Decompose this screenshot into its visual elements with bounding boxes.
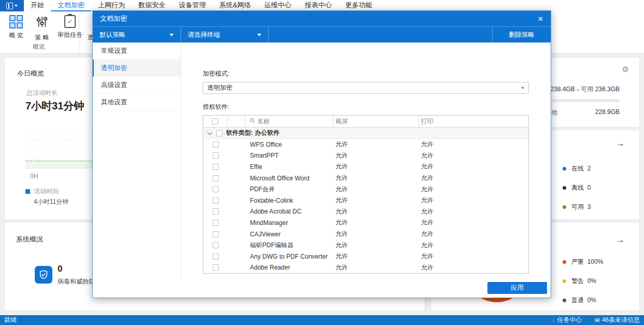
table-row[interactable]: Adobe Acrobat DC 允许 允许 bbox=[203, 206, 528, 218]
threat-count: 0 bbox=[58, 264, 62, 274]
sliders-icon bbox=[35, 15, 49, 31]
card-title: 系统概况 bbox=[16, 235, 43, 244]
row-checkbox[interactable] bbox=[213, 197, 219, 204]
software-name: Adobe Reader bbox=[245, 262, 333, 274]
sidebar-item-transparent-encryption[interactable]: 透明加密 bbox=[93, 60, 180, 77]
delete-policy-button[interactable]: 删除策略 bbox=[493, 27, 551, 43]
app-logo-icon bbox=[6, 3, 13, 9]
software-name: PDF合并 bbox=[245, 183, 333, 195]
sidebar-item-general[interactable]: 常规设置 bbox=[93, 43, 180, 60]
row-checkbox[interactable] bbox=[213, 164, 219, 170]
dialog-content: 加密模式: 透明加密 授权软件: bbox=[181, 43, 551, 279]
arrow-right-icon[interactable]: → bbox=[616, 235, 625, 245]
app-menu-button[interactable] bbox=[0, 0, 24, 11]
menu-bar: 开始 文档加密 上网行为 数据安全 设备管理 系统&网络 运维中心 报表中心 更… bbox=[0, 0, 644, 11]
print-permission: 允许 bbox=[419, 206, 528, 218]
table-row[interactable]: MindManager 允许 允许 bbox=[203, 217, 528, 229]
policy-select[interactable]: 默认策略 bbox=[93, 27, 180, 43]
software-name: 福昕PDF编辑器 bbox=[245, 239, 333, 251]
screenshot-permission: 允许 bbox=[333, 195, 419, 206]
row-checkbox[interactable] bbox=[213, 231, 219, 237]
table-row[interactable]: Effie 允许 允许 bbox=[203, 161, 528, 173]
screenshot-permission: 允许 bbox=[333, 229, 419, 240]
row-checkbox[interactable] bbox=[213, 253, 219, 260]
legend-online: 在线 2 bbox=[563, 164, 591, 173]
sidebar-item-advanced[interactable]: 高级设置 bbox=[93, 77, 180, 94]
offline-dot-icon bbox=[563, 186, 566, 190]
screenshot-permission: 允许 bbox=[333, 139, 419, 150]
screenshot-permission: 允许 bbox=[333, 173, 419, 184]
close-icon[interactable]: ✕ bbox=[538, 15, 543, 23]
select-all-checkbox[interactable] bbox=[212, 118, 218, 124]
print-permission: 允许 bbox=[419, 183, 528, 195]
ribbon-item-label: 概 览 bbox=[9, 31, 23, 40]
row-checkbox[interactable] bbox=[213, 152, 219, 159]
row-checkbox[interactable] bbox=[213, 264, 219, 271]
table-row[interactable]: CAJViewer 允许 允许 bbox=[203, 229, 528, 240]
table-row[interactable]: PDF合并 允许 允许 bbox=[203, 183, 528, 195]
software-name: Microsoft Office Word bbox=[245, 173, 333, 184]
ribbon-item-approval-tasks[interactable]: ✓ 审批任务 bbox=[55, 15, 85, 39]
ribbon-item-overview[interactable]: 概 览 bbox=[3, 15, 29, 40]
legend-normal: 普通 0% bbox=[563, 296, 603, 305]
unread-messages-button[interactable]: ✉ 46条未读信息 bbox=[595, 316, 640, 324]
mail-icon: ✉ bbox=[595, 317, 600, 324]
row-checkbox[interactable] bbox=[213, 242, 219, 248]
download-arrow-icon: ↓ bbox=[552, 317, 555, 323]
tab-device-mgmt[interactable]: 设备管理 bbox=[172, 0, 213, 11]
terminal-select[interactable]: 请选择终端 bbox=[181, 27, 268, 43]
tab-system-network[interactable]: 系统&网络 bbox=[213, 0, 258, 11]
table-row[interactable]: Foxtable-Colink 允许 允许 bbox=[203, 195, 528, 206]
table-row[interactable]: Any DWG to PDF Converter 允许 允许 bbox=[203, 251, 528, 262]
row-checkbox[interactable] bbox=[213, 186, 219, 192]
sidebar-item-other[interactable]: 其他设置 bbox=[93, 94, 180, 111]
legend-offline: 离线 0 bbox=[563, 183, 591, 192]
row-checkbox[interactable] bbox=[213, 220, 219, 226]
shield-check-icon bbox=[35, 266, 52, 284]
print-permission: 允许 bbox=[419, 251, 528, 262]
table-row[interactable]: SmartPPT 允许 允许 bbox=[203, 150, 528, 162]
table-row[interactable]: Microsoft Office Word 允许 允许 bbox=[203, 173, 528, 184]
tab-more[interactable]: 更多功能 bbox=[339, 0, 379, 11]
arrow-right-icon[interactable]: → bbox=[616, 138, 625, 149]
tab-report-center[interactable]: 报表中心 bbox=[298, 0, 339, 11]
doc-encryption-dialog: 文档加密 ✕ 默认策略 请选择终端 删除策略 常规设置 透明加密 高级设置 其 bbox=[92, 10, 551, 298]
tab-start[interactable]: 开始 bbox=[24, 0, 51, 11]
terminal-select-placeholder: 请选择终端 bbox=[188, 31, 220, 39]
software-name: MindManager bbox=[245, 217, 333, 229]
table-row[interactable]: WPS Office 允许 允许 bbox=[203, 139, 528, 150]
print-permission: 允许 bbox=[419, 217, 528, 229]
row-checkbox[interactable] bbox=[213, 208, 219, 215]
tab-doc-encryption[interactable]: 文档加密 bbox=[51, 0, 91, 11]
chevron-down-icon[interactable] bbox=[207, 130, 213, 135]
chevron-down-icon bbox=[15, 5, 18, 7]
available-dot-icon bbox=[563, 205, 566, 209]
task-center-button[interactable]: ↓ 任务中心 bbox=[552, 316, 582, 324]
chevron-down-icon bbox=[257, 34, 261, 36]
tab-web-behavior[interactable]: 上网行为 bbox=[91, 0, 132, 11]
apply-button[interactable]: 应用 bbox=[487, 282, 547, 294]
row-checkbox[interactable] bbox=[213, 175, 219, 181]
software-name: WPS Office bbox=[245, 139, 333, 150]
metric-value: 7小时31分钟 bbox=[25, 99, 84, 113]
software-label: 授权软件: bbox=[203, 103, 529, 111]
status-bar: 就绪 ↓ 任务中心 ✉ 46条未读信息 bbox=[0, 315, 644, 325]
status-ready: 就绪 bbox=[4, 316, 17, 324]
tab-ops-center[interactable]: 运维中心 bbox=[258, 0, 298, 11]
gear-icon[interactable]: ⚙ bbox=[622, 65, 629, 74]
print-permission: 允许 bbox=[419, 239, 528, 251]
row-checkbox[interactable] bbox=[213, 142, 219, 148]
encryption-mode-select[interactable]: 透明加密 bbox=[203, 82, 529, 94]
print-permission: 允许 bbox=[419, 161, 528, 173]
screenshot-permission: 允许 bbox=[333, 150, 419, 162]
group-checkbox[interactable] bbox=[216, 130, 222, 136]
table-row[interactable]: 福昕PDF编辑器 允许 允许 bbox=[203, 239, 528, 251]
screenshot-permission: 允许 bbox=[333, 239, 419, 251]
search-icon[interactable] bbox=[249, 118, 255, 125]
ribbon-item-policy[interactable]: 策 略 bbox=[29, 15, 55, 42]
tab-data-security[interactable]: 数据安全 bbox=[132, 0, 172, 11]
table-group-row[interactable]: 软件类型: 办公软件 bbox=[203, 128, 528, 139]
table-row[interactable]: Adobe Reader 允许 允许 bbox=[203, 262, 528, 274]
legend-critical: 严重 100% bbox=[563, 258, 603, 266]
print-permission: 允许 bbox=[419, 195, 528, 206]
